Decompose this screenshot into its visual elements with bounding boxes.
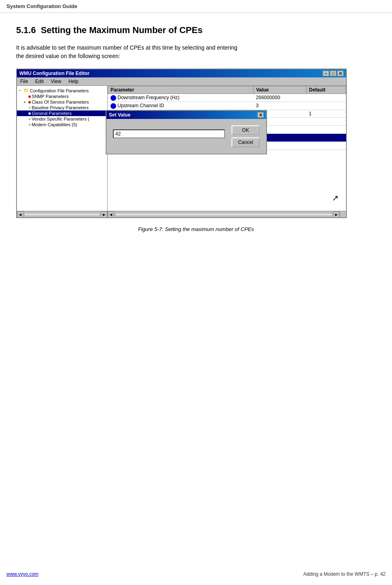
- menu-view[interactable]: View: [49, 78, 63, 85]
- tree-item-label: Configuration File Parameters: [30, 88, 89, 93]
- menu-edit[interactable]: Edit: [33, 78, 45, 85]
- expand-icon: [23, 106, 27, 110]
- section-body: It is advisable to set the maximum numbe…: [16, 44, 376, 60]
- green-icon: +: [28, 117, 31, 121]
- tree-pane: − 📁 Configuration File Parameters ■ SNMP…: [17, 86, 108, 211]
- cancel-button[interactable]: Cancel: [231, 137, 260, 147]
- expand-icon: [23, 111, 27, 116]
- expand-icon: −: [19, 88, 23, 93]
- scroll-corner: [340, 211, 346, 217]
- tree-item-snmp[interactable]: ■ SNMP Parameters: [17, 94, 107, 99]
- header-title: System Configuration Guide: [6, 3, 77, 9]
- red-icon: ■: [28, 94, 31, 99]
- tree-item-label: Vendor Specific Parameters (: [31, 117, 89, 121]
- dialog-body: OK Cancel: [106, 119, 266, 154]
- menu-file[interactable]: File: [19, 78, 29, 85]
- tree-item-vendor[interactable]: + Vendor Specific Parameters (: [17, 116, 107, 122]
- param-default: [307, 102, 346, 110]
- set-value-dialog: Set Value ✕ OK Cancel: [106, 110, 267, 154]
- section-title: 5.1.6 Setting the Maximum Number of CPEs: [16, 25, 376, 35]
- folder-icon: ■: [28, 111, 31, 116]
- page-header: System Configuration Guide: [0, 0, 392, 13]
- scrollbar-track2: [115, 213, 332, 216]
- dialog-row: OK Cancel: [113, 125, 260, 147]
- green-icon: +: [28, 105, 31, 110]
- param-name: Upstream Channel ID: [108, 102, 254, 110]
- col-default: Default: [307, 86, 346, 94]
- tree-item-root[interactable]: − 📁 Configuration File Parameters: [17, 87, 107, 94]
- expand-icon: [23, 117, 27, 121]
- tree-item-label: Modem Capabilities (5): [31, 122, 77, 127]
- param-name: Downstream Frequency (Hz): [108, 94, 254, 102]
- dialog-input-area: [113, 125, 225, 138]
- blue-icon: [111, 95, 116, 101]
- minimize-button[interactable]: −: [323, 71, 329, 76]
- col-parameter: Parameter: [108, 86, 254, 94]
- param-default: [307, 126, 346, 134]
- green-icon: +: [28, 122, 31, 127]
- red-icon: ■: [28, 100, 31, 104]
- footer-page-info: Adding a Modem to the WMTS – p. 42: [303, 571, 386, 577]
- dialog-buttons: OK Cancel: [231, 125, 260, 147]
- scroll-left-button[interactable]: ◀: [17, 211, 23, 218]
- param-default: 1: [307, 110, 346, 118]
- tree-item-baseline[interactable]: + Baseline Privacy Parameters: [17, 105, 107, 110]
- tree-item-cos[interactable]: + ■ Class Of Service Parameters: [17, 99, 107, 105]
- tree-item-label: Class Of Service Parameters: [32, 100, 89, 104]
- table-row[interactable]: Downstream Frequency (Hz) 266000000: [108, 94, 346, 102]
- left-scrollbar: ◀ ▶: [17, 211, 108, 217]
- tree-item-label: General Parameters: [32, 111, 72, 116]
- screenshot-window: WMU Configuration File Editor − □ ✕ File…: [16, 69, 347, 218]
- scroll-right-button[interactable]: ▶: [101, 211, 107, 218]
- dialog-titlebar: Set Value ✕: [106, 111, 266, 119]
- param-default: [307, 118, 346, 126]
- figure-caption: Figure 5-7: Setting the maximum number o…: [16, 226, 376, 232]
- set-value-input[interactable]: [113, 129, 225, 138]
- footer-website[interactable]: www.vyyo.com: [6, 571, 38, 577]
- ok-button[interactable]: OK: [231, 125, 260, 135]
- window-title: WMU Configuration File Editor: [19, 71, 90, 76]
- menu-help[interactable]: Help: [67, 78, 80, 85]
- folder-icon: 📁: [23, 88, 29, 93]
- cursor-arrow: ↗: [332, 193, 339, 203]
- param-default: [307, 134, 346, 142]
- col-value: Value: [254, 86, 307, 94]
- right-scrollbar: ◀ ▶: [108, 211, 346, 217]
- param-default: [307, 142, 346, 150]
- page-footer: www.vyyo.com Adding a Modem to the WMTS …: [0, 571, 392, 577]
- expand-icon: [23, 94, 27, 99]
- scrollbar-track: [24, 213, 100, 216]
- tree-item-general[interactable]: ■ General Parameters: [17, 110, 107, 116]
- tree-item-label: SNMP Parameters: [32, 94, 69, 99]
- param-value: 266000000: [254, 94, 307, 102]
- window-body: − 📁 Configuration File Parameters ■ SNMP…: [17, 86, 346, 211]
- expand-icon: [23, 123, 27, 127]
- tree-item-label: Baseline Privacy Parameters: [31, 105, 88, 110]
- param-default: [307, 94, 346, 102]
- tree-item-modem[interactable]: + Modem Capabilities (5): [17, 122, 107, 127]
- blue-icon: [111, 103, 116, 109]
- dialog-title: Set Value: [109, 112, 130, 118]
- expand-icon: +: [23, 100, 27, 104]
- maximize-button[interactable]: □: [330, 71, 336, 76]
- scroll-left-button2[interactable]: ◀: [108, 211, 114, 218]
- menu-bar: File Edit View Help: [17, 77, 346, 86]
- scrollbar-area: ◀ ▶ ◀ ▶: [17, 211, 346, 217]
- close-button[interactable]: ✕: [337, 71, 344, 76]
- window-titlebar: WMU Configuration File Editor − □ ✕: [17, 69, 346, 77]
- table-row[interactable]: Upstream Channel ID 3: [108, 102, 346, 110]
- param-value: 3: [254, 102, 307, 110]
- page-content: 5.1.6 Setting the Maximum Number of CPEs…: [0, 13, 392, 252]
- dialog-close-button[interactable]: ✕: [257, 112, 264, 118]
- window-controls: − □ ✕: [323, 71, 344, 76]
- scroll-right-button2[interactable]: ▶: [333, 211, 340, 218]
